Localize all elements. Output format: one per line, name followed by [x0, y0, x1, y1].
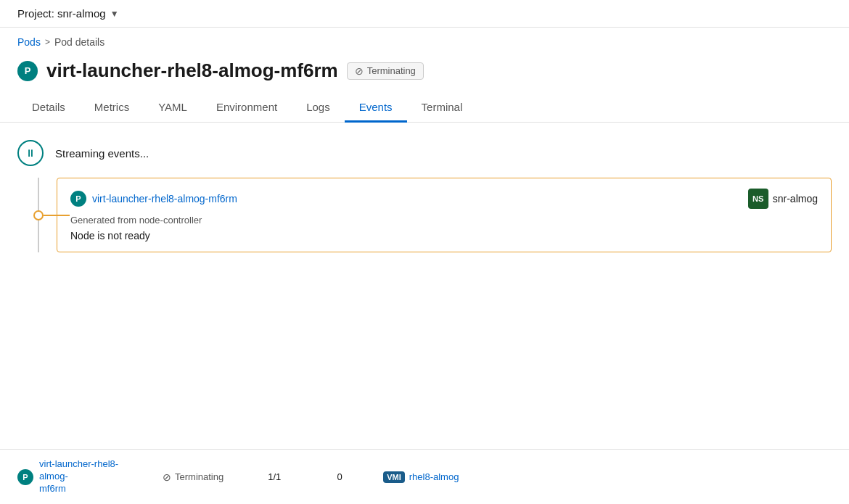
timeline	[20, 178, 57, 252]
event-card: P virt-launcher-rhel8-almog-mf6rm NS snr…	[57, 178, 832, 252]
status-text: Terminating	[367, 65, 416, 76]
tab-environment[interactable]: Environment	[202, 94, 292, 123]
footer-bar: P virt-launcher-rhel8-almog- mf6rm ⊘ Ter…	[0, 449, 849, 504]
event-pod-name: virt-launcher-rhel8-almog-mf6rm	[92, 193, 237, 205]
project-selector[interactable]: Project: snr-almog ▼	[17, 7, 119, 20]
vmi-icon: VMI	[383, 471, 405, 483]
event-pod-icon: P	[70, 191, 86, 207]
footer-ready: 1/1	[253, 471, 296, 482]
footer-pod-icon: P	[17, 469, 33, 485]
page-title: virt-launcher-rhel8-almog-mf6rm	[46, 59, 338, 82]
vmi-badge: VMI rhel8-almog	[383, 471, 459, 483]
page-title-row: P virt-launcher-rhel8-almog-mf6rm ⊘ Term…	[0, 54, 849, 94]
timeline-section: P virt-launcher-rhel8-almog-mf6rm NS snr…	[20, 178, 832, 252]
breadcrumb-pods-link[interactable]: Pods	[17, 36, 41, 48]
footer-status: ⊘ Terminating	[163, 471, 223, 483]
tab-details[interactable]: Details	[17, 94, 80, 123]
tab-metrics[interactable]: Metrics	[80, 94, 144, 123]
footer-restarts: 0	[325, 471, 354, 482]
pause-button[interactable]: ⏸	[17, 140, 44, 166]
ns-icon: NS	[748, 189, 768, 209]
project-name: Project: snr-almog	[17, 7, 106, 20]
vmi-name[interactable]: rhel8-almog	[409, 471, 459, 482]
main-content: ⏸ Streaming events... P virt-launcher-rh…	[0, 123, 849, 449]
chevron-down-icon: ▼	[110, 9, 119, 19]
tab-logs[interactable]: Logs	[292, 94, 345, 123]
ban-icon: ⊘	[355, 65, 364, 77]
tabs-bar: Details Metrics YAML Environment Logs Ev…	[0, 94, 849, 123]
tab-events[interactable]: Events	[345, 94, 407, 123]
footer-status-text: Terminating	[175, 471, 223, 482]
event-pod-link[interactable]: P virt-launcher-rhel8-almog-mf6rm	[70, 191, 237, 207]
tab-terminal[interactable]: Terminal	[407, 94, 477, 123]
streaming-text: Streaming events...	[55, 147, 149, 160]
timeline-connector	[44, 215, 70, 216]
timeline-dot	[33, 210, 44, 220]
footer-ban-icon: ⊘	[163, 471, 171, 483]
pause-icon: ⏸	[25, 147, 36, 159]
timeline-dot-row	[33, 210, 70, 220]
footer-pod-name[interactable]: virt-launcher-rhel8-almog- mf6rm	[39, 458, 134, 495]
event-card-header: P virt-launcher-rhel8-almog-mf6rm NS snr…	[70, 189, 818, 209]
breadcrumb-current: Pod details	[54, 36, 104, 48]
footer-pod: P virt-launcher-rhel8-almog- mf6rm	[17, 458, 134, 495]
event-source: Generated from node-controller	[70, 215, 818, 226]
status-badge: ⊘ Terminating	[347, 62, 424, 80]
event-message: Node is not ready	[70, 230, 818, 241]
ns-name: snr-almog	[773, 193, 818, 205]
breadcrumb: Pods > Pod details	[0, 28, 849, 54]
pod-icon: P	[17, 61, 38, 81]
streaming-row: ⏸ Streaming events...	[17, 140, 832, 166]
breadcrumb-separator: >	[45, 37, 50, 47]
namespace-badge: NS snr-almog	[748, 189, 818, 209]
top-header: Project: snr-almog ▼	[0, 0, 849, 28]
tab-yaml[interactable]: YAML	[144, 94, 202, 123]
